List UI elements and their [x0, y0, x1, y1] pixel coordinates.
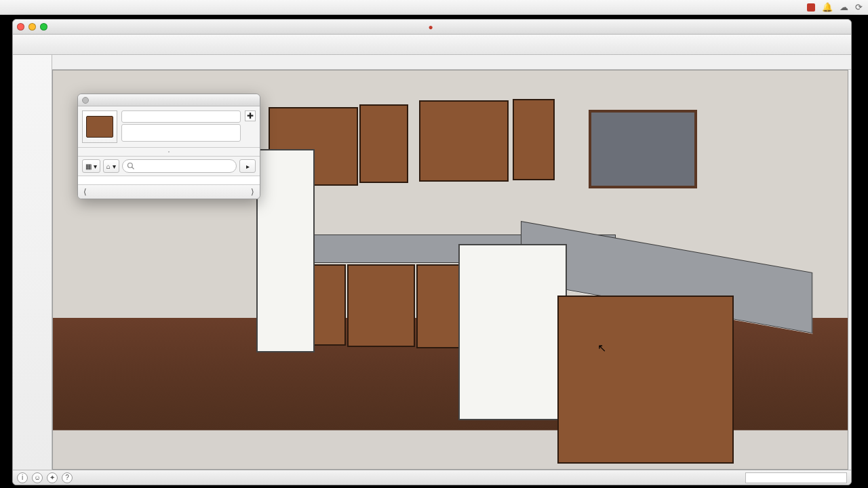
scene-tabs — [13, 55, 851, 70]
status-geo-icon[interactable]: ✦ — [47, 472, 58, 483]
minimize-button[interactable] — [28, 23, 36, 30]
panel-expand-icon[interactable]: ✚ — [245, 110, 256, 121]
search-icon — [127, 162, 135, 170]
svg-line-1 — [132, 167, 134, 169]
fridge-shape — [256, 149, 315, 352]
panel-close-icon[interactable] — [82, 97, 89, 104]
component-search-input[interactable] — [122, 159, 237, 173]
window-titlebar[interactable]: ● — [13, 20, 851, 35]
status-help-icon[interactable]: ? — [62, 472, 73, 483]
footer-back-icon[interactable]: ⟨ — [83, 187, 87, 197]
model-nav-button[interactable]: ⌂ ▾ — [103, 159, 119, 173]
view-mode-button[interactable]: ▦ ▾ — [82, 159, 100, 173]
status-bar: i ☺ ✦ ? — [13, 470, 851, 485]
svg-point-0 — [127, 163, 132, 168]
top-toolbar — [13, 35, 851, 55]
cursor-icon: ↖ — [597, 342, 606, 354]
component-thumbnail — [82, 110, 117, 143]
measurements-input[interactable] — [745, 472, 847, 483]
details-button[interactable]: ▸ — [239, 159, 256, 173]
components-panel[interactable]: ✚ ▦ ▾ ⌂ ▾ ▸ ⟨ ⟩ — [77, 94, 260, 199]
component-name-input[interactable] — [121, 110, 241, 123]
footer-forward-icon[interactable]: ⟩ — [251, 187, 254, 197]
status-user-icon[interactable]: ☺ — [32, 472, 43, 483]
component-grid — [78, 176, 260, 184]
mac-menubar: 🔔 ☁︎ ⟳ — [0, 0, 868, 15]
sketchup-window: ● ↖ — [12, 19, 852, 485]
zoom-button[interactable] — [40, 23, 47, 30]
notification-icon[interactable]: 🔔 — [822, 2, 833, 12]
sync-icon[interactable]: ⟳ — [855, 2, 863, 12]
cloud-icon[interactable]: ☁︎ — [840, 2, 848, 12]
recording-icon — [807, 3, 815, 12]
status-info-icon[interactable]: i — [17, 472, 28, 483]
close-button[interactable] — [17, 23, 24, 30]
tool-palette — [13, 55, 52, 470]
dirty-icon: ● — [428, 22, 433, 32]
panel-header[interactable] — [78, 94, 260, 106]
component-description-input[interactable] — [121, 124, 241, 142]
